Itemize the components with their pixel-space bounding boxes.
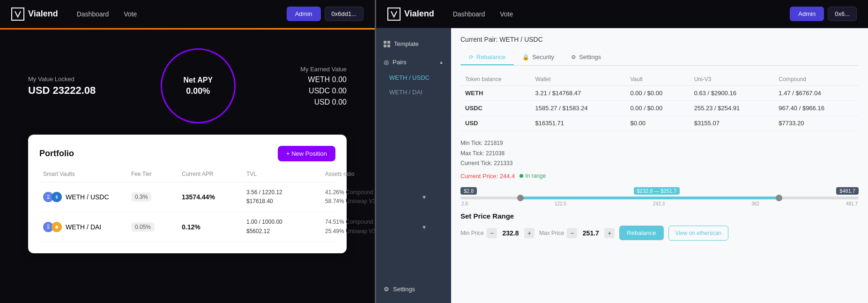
max-price-adj: − 251.7 + — [567, 228, 615, 238]
tick-info: Min Tick: 221819 Max Tick: 221038 Curren… — [460, 138, 859, 169]
sidebar-pair-weth-usdc[interactable]: WETH / USDC — [376, 70, 451, 85]
net-apy-circle: Net APY 0.00% — [161, 48, 236, 123]
max-price-value: 251.7 — [579, 229, 602, 237]
portfolio-title: Portfolio — [39, 149, 74, 159]
table-row: USD $16351.71 $0.00 $3155.07 $7733.20 — [460, 116, 859, 131]
weth-compound: 1.47 / $6767.04 — [774, 86, 859, 101]
in-range-badge: In range — [519, 173, 546, 179]
right-panel: Vialend Dashboard Vote Admin 0x6... Temp… — [376, 0, 868, 303]
th-vault: Vault — [625, 73, 689, 86]
settings-tab-icon: ⚙ — [571, 54, 576, 61]
current-pair: Current Pair: WETH / USDC — [460, 36, 859, 43]
tab-rebalance[interactable]: ⟳ Rebalance — [460, 50, 514, 65]
max-price-group: Max Price − 251.7 + — [539, 228, 615, 238]
slider-track[interactable] — [460, 197, 859, 199]
assets-line1: 74.51% Compound — [325, 218, 419, 227]
fee-tier-cell: 0.05% — [131, 222, 178, 232]
vault-icons: Ξ $ — [43, 192, 62, 202]
max-price-label: Max Price — [539, 230, 564, 236]
token-usd: USD — [460, 116, 531, 131]
expand-icon[interactable]: ▾ — [423, 223, 437, 231]
wallet-address-button[interactable]: 0x6dd1... — [325, 7, 364, 21]
weth-vault: 0.00 / $0.00 — [625, 86, 689, 101]
usd-wallet: $16351.71 — [531, 116, 626, 131]
logo-icon — [387, 8, 401, 21]
rebalance-tab-icon: ⟳ — [469, 54, 474, 61]
pairs-label: Pairs — [393, 59, 407, 66]
sidebar-item-template[interactable]: Template — [376, 34, 451, 54]
assets-line1: 41.26% Compound — [325, 188, 419, 197]
expand-icon[interactable]: ▾ — [423, 193, 437, 201]
apr-cell: 13574.44% — [182, 193, 243, 201]
tab-security[interactable]: 🔒 Security — [514, 50, 563, 65]
nav-vote-link[interactable]: Vote — [124, 10, 137, 18]
usd-compound: $7733.20 — [774, 116, 859, 131]
fee-badge: 0.3% — [131, 192, 151, 202]
tabs: ⟳ Rebalance 🔒 Security ⚙ Settings — [460, 50, 859, 66]
tvl-line1: 3.56 / 1220.12 — [246, 188, 321, 197]
admin-button[interactable]: Admin — [287, 7, 321, 21]
slider-thumb-left[interactable] — [517, 195, 524, 201]
dashboard-content: My Value Locked USD 23222.08 Net APY 0.0… — [0, 30, 375, 303]
fee-tier-cell: 0.3% — [131, 192, 178, 202]
token-weth: WETH — [460, 86, 531, 101]
right-nav-vote[interactable]: Vote — [500, 10, 513, 18]
value-locked-label: My Value Locked — [28, 76, 96, 83]
circle-icon: ◎ — [384, 59, 389, 66]
left-panel: Vialend Dashboard Vote Admin 0x6dd1... M… — [0, 0, 375, 303]
min-tick: Min Tick: 221819 — [460, 138, 859, 149]
left-nav-buttons: Admin 0x6dd1... — [287, 7, 364, 21]
tvl-cell: 3.56 / 1220.12 $17618.40 — [246, 188, 321, 206]
net-apy-value: 0.00% — [186, 86, 210, 96]
template-label: Template — [394, 40, 419, 47]
sidebar-item-pairs[interactable]: ◎ Pairs ▲ — [376, 54, 451, 70]
tab-settings[interactable]: ⚙ Settings — [563, 50, 609, 65]
value-locked-amount: USD 23222.08 — [28, 84, 96, 97]
slider-center-label: $232.8 — $251.7 — [634, 187, 680, 195]
weth-uni: 0.63 / $2900.16 — [690, 86, 774, 101]
rebalance-button[interactable]: Rebalance — [619, 226, 663, 240]
vault-label: WETH / DAI — [66, 223, 101, 231]
slider-right-label: $481.7 — [836, 187, 859, 195]
assets-cell: 41.26% Compound 58.74% Uniswap V3 — [325, 188, 419, 206]
settings-label: Settings — [393, 286, 415, 293]
assets-line2: 25.49% Uniswap V3 — [325, 227, 419, 236]
vault-name-weth-dai: Ξ ◈ WETH / DAI — [43, 222, 127, 232]
etherscan-button[interactable]: View on etherscan — [668, 226, 729, 241]
sidebar: Template ◎ Pairs ▲ WETH / USDC WETH / DA… — [376, 28, 451, 303]
min-price-minus-button[interactable]: − — [487, 228, 497, 238]
right-nav-dashboard[interactable]: Dashboard — [453, 10, 485, 18]
th-token-balance: Token balance — [460, 73, 531, 86]
col-current-apr: Current APR — [182, 171, 243, 177]
nav-dashboard-link[interactable]: Dashboard — [77, 10, 109, 18]
right-nav-buttons: Admin 0x6... — [790, 7, 857, 21]
portfolio-table-header: Smart Vaults Fee Tier Current APR TVL As… — [39, 171, 335, 182]
right-wallet-button[interactable]: 0x6... — [828, 7, 857, 21]
fee-badge: 0.05% — [131, 222, 155, 232]
logo-text: Vialend — [28, 9, 58, 19]
stats-row: My Value Locked USD 23222.08 Net APY 0.0… — [9, 48, 365, 123]
max-price-minus-button[interactable]: − — [567, 228, 577, 238]
slider-thumb-right[interactable] — [776, 195, 782, 201]
earned-usd: USD 0.00 — [300, 98, 347, 106]
min-price-label: Min Price — [460, 230, 484, 236]
right-admin-button[interactable]: Admin — [790, 7, 824, 21]
usd-vault: $0.00 — [625, 116, 689, 131]
min-price-plus-button[interactable]: + — [524, 228, 534, 238]
col-fee-tier: Fee Tier — [131, 171, 178, 177]
earned-values: My Earned Value WETH 0.00 USDC 0.00 USD … — [300, 66, 347, 106]
min-price-adj: − 232.8 + — [487, 228, 534, 238]
table-row: WETH 3.21 / $14768.47 0.00 / $0.00 0.63 … — [460, 86, 859, 101]
right-nav-links: Dashboard Vote — [453, 10, 790, 18]
logo-icon — [11, 8, 24, 21]
left-nav-links: Dashboard Vote — [77, 10, 287, 18]
tab-security-label: Security — [532, 53, 554, 61]
set-price-range-title: Set Price Range — [460, 212, 859, 220]
new-position-button[interactable]: + New Position — [278, 146, 335, 161]
right-body: Template ◎ Pairs ▲ WETH / USDC WETH / DA… — [376, 28, 868, 303]
security-tab-icon: 🔒 — [522, 54, 529, 61]
sidebar-pair-weth-dai[interactable]: WETH / DAI — [376, 85, 451, 99]
max-price-plus-button[interactable]: + — [604, 228, 615, 238]
portfolio-header: Portfolio + New Position — [39, 146, 335, 161]
sidebar-item-settings[interactable]: ⚙ Settings — [376, 281, 451, 297]
